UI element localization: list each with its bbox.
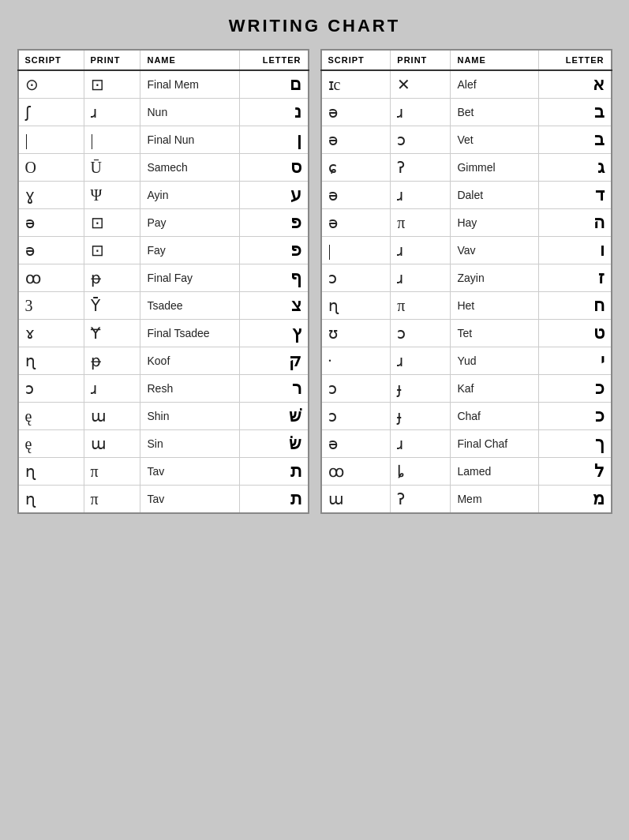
- cell-name: Samech: [140, 154, 240, 182]
- cell-name: Shin: [140, 403, 240, 430]
- cell-print: π: [391, 292, 451, 320]
- cell-print: ȴ: [391, 458, 451, 486]
- table-row: ɣΨAyinע: [18, 182, 309, 209]
- cell-script: ə: [321, 99, 391, 126]
- cell-print: ᵽ: [84, 347, 140, 375]
- cell-letter: ף: [240, 264, 309, 292]
- cell-script: ə: [321, 430, 391, 458]
- cell-letter: ת: [240, 458, 309, 486]
- cell-name: Sin: [140, 430, 240, 458]
- cell-name: Koof: [140, 347, 240, 375]
- cell-name: Pay: [140, 209, 240, 237]
- table-row: əɔVetב: [321, 126, 612, 154]
- cell-letter: צ: [240, 292, 309, 320]
- cell-print: Ȳ: [84, 292, 140, 320]
- cell-name: Gimmel: [451, 154, 539, 182]
- cell-print: ɯ: [84, 430, 140, 458]
- cell-name: Yud: [451, 347, 539, 375]
- cell-name: Hay: [451, 209, 539, 237]
- table-row: ɔɹZayinז: [321, 264, 612, 292]
- cell-script: ɳ: [18, 347, 84, 375]
- cell-print: π: [84, 458, 140, 486]
- cell-script: ɪc: [321, 70, 391, 99]
- cell-print: π: [84, 486, 140, 514]
- cell-print: |: [84, 126, 140, 154]
- cell-print: ɹ: [84, 375, 140, 403]
- cell-letter: נ: [240, 99, 309, 126]
- table-row: əπHayה: [321, 209, 612, 237]
- cell-letter: ת: [240, 486, 309, 514]
- cell-name: Resh: [140, 375, 240, 403]
- cell-script: ʊ: [321, 320, 391, 347]
- table-row: ɯʔMemמ: [321, 486, 612, 514]
- cell-script: ɳ: [321, 292, 391, 320]
- cell-script: ɳ: [18, 458, 84, 486]
- left-col-print: Print: [84, 50, 140, 70]
- cell-print: ɹ: [391, 237, 451, 264]
- left-table: Script Print Name Letter ⊙⊡Final MemםʃɹN…: [17, 49, 309, 514]
- cell-letter: ב: [539, 99, 612, 126]
- cell-letter: ג: [539, 154, 612, 182]
- cell-script: ə: [321, 209, 391, 237]
- cell-script: ɣ: [18, 182, 84, 209]
- left-col-letter: Letter: [240, 50, 309, 70]
- cell-script: ə: [321, 126, 391, 154]
- cell-script: ɔ: [321, 403, 391, 430]
- tables-wrapper: Script Print Name Letter ⊙⊡Final MemםʃɹN…: [8, 49, 621, 514]
- table-row: ɳπTavת: [18, 486, 309, 514]
- cell-name: Bet: [451, 99, 539, 126]
- cell-name: Zayin: [451, 264, 539, 292]
- table-row: ęɯSinשׂ: [18, 430, 309, 458]
- cell-letter: שׁ: [240, 403, 309, 430]
- cell-print: ɹ: [391, 264, 451, 292]
- table-row: ɪc✕Alefא: [321, 70, 612, 99]
- right-col-letter: Letter: [539, 50, 612, 70]
- cell-name: Final Mem: [140, 70, 240, 99]
- cell-letter: א: [539, 70, 612, 99]
- table-row: ⊙⊡Final Memם: [18, 70, 309, 99]
- cell-script: ə: [18, 209, 84, 237]
- table-row: ɤɎFinal Tsadeeץ: [18, 320, 309, 347]
- cell-name: Tet: [451, 320, 539, 347]
- right-table: Script Print Name Letter ɪc✕AlefאəɹBetבə…: [320, 49, 612, 514]
- cell-name: Het: [451, 292, 539, 320]
- cell-script: ·: [321, 347, 391, 375]
- cell-name: Vet: [451, 126, 539, 154]
- cell-letter: ח: [539, 292, 612, 320]
- cell-name: Chaf: [451, 403, 539, 430]
- table-row: ꝏᵽFinal Fayף: [18, 264, 309, 292]
- cell-print: ɹ: [391, 430, 451, 458]
- cell-print: ɔ: [391, 126, 451, 154]
- page-title: WRITING CHART: [229, 16, 400, 36]
- right-col-script: Script: [321, 50, 391, 70]
- cell-print: Ɏ: [84, 320, 140, 347]
- left-col-name: Name: [140, 50, 240, 70]
- cell-name: Dalet: [451, 182, 539, 209]
- table-row: ə⊡Payפ: [18, 209, 309, 237]
- table-row: əɹBetב: [321, 99, 612, 126]
- table-row: ə⊡Fayפ: [18, 237, 309, 264]
- cell-script: ꝏ: [18, 264, 84, 292]
- cell-name: Alef: [451, 70, 539, 99]
- cell-script: ę: [18, 430, 84, 458]
- cell-script: |: [18, 126, 84, 154]
- cell-print: ɟ: [391, 403, 451, 430]
- cell-print: ɔ: [391, 320, 451, 347]
- cell-letter: כ: [539, 403, 612, 430]
- cell-letter: פ: [240, 237, 309, 264]
- cell-name: Tav: [140, 486, 240, 514]
- cell-script: |: [321, 237, 391, 264]
- cell-print: ɹ: [391, 99, 451, 126]
- cell-name: Kaf: [451, 375, 539, 403]
- cell-letter: ן: [240, 126, 309, 154]
- cell-print: Ū: [84, 154, 140, 182]
- cell-letter: ם: [240, 70, 309, 99]
- cell-script: ę: [18, 403, 84, 430]
- table-row: ɔɟKafכ: [321, 375, 612, 403]
- cell-print: ɹ: [391, 182, 451, 209]
- left-col-script: Script: [18, 50, 84, 70]
- table-row: 3ȲTsadeeצ: [18, 292, 309, 320]
- right-col-name: Name: [451, 50, 539, 70]
- table-row: ɕʔGimmelג: [321, 154, 612, 182]
- cell-print: ⊡: [84, 70, 140, 99]
